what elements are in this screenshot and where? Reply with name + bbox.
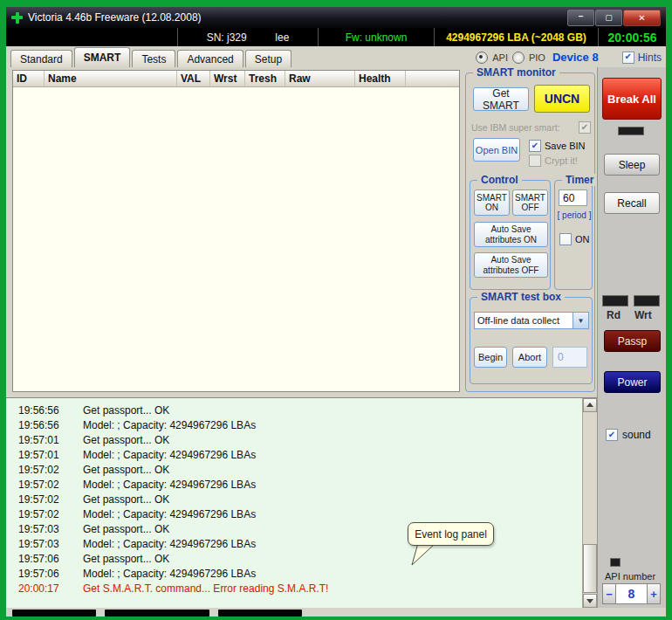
tab-smart[interactable]: SMART: [74, 47, 131, 67]
smart-tab-panel: ID Name VAL Wrst Tresh Raw Health SMART …: [6, 67, 597, 397]
column-header-id: ID: [13, 71, 45, 86]
api-radio-label: API: [492, 52, 508, 63]
event-log-tooltip: Event log panel: [408, 522, 494, 546]
log-entry: 19:57:06Get passport... OK: [6, 551, 581, 566]
tab-standard[interactable]: Standard: [10, 50, 72, 67]
timer-on-row: ON: [559, 233, 590, 245]
window-controls: [567, 10, 662, 26]
begin-button[interactable]: Begin: [474, 347, 507, 368]
event-log-panel: 19:56:56Get passport... OK19:56:56Model:…: [6, 397, 597, 608]
crypt-it-checkbox[interactable]: [529, 155, 541, 167]
drive-info-bar: SN: j329 lee Fw: unknown 4294967296 LBA …: [6, 28, 666, 46]
close-button[interactable]: [623, 10, 661, 26]
recall-button[interactable]: Recall: [604, 192, 660, 214]
autosave-attributes-off-button[interactable]: Auto Save attributes OFF: [474, 252, 548, 278]
write-indicator: [634, 295, 660, 307]
column-header-health: Health: [355, 71, 406, 86]
event-log-rows: 19:56:56Get passport... OK19:56:56Model:…: [6, 403, 581, 596]
smart-test-box-title: SMART test box: [477, 291, 565, 303]
column-header-tresh: Tresh: [245, 71, 285, 86]
api-number-decrement-button[interactable]: −: [602, 583, 616, 604]
tab-advanced[interactable]: Advanced: [177, 50, 243, 67]
api-radio[interactable]: [476, 52, 488, 64]
column-header-raw: Raw: [285, 71, 355, 86]
table-header-row: ID Name VAL Wrst Tresh Raw Health: [13, 71, 459, 87]
hints-checkbox[interactable]: [622, 52, 634, 64]
tab-bar: StandardSMARTTestsAdvancedSetup API PIO …: [6, 46, 666, 67]
firmware-text: Fw: unknown: [319, 28, 435, 46]
open-bin-button[interactable]: Open BIN: [473, 138, 520, 162]
capacity-text: 4294967296 LBA (~2048 GB): [435, 28, 599, 46]
log-entry: 19:57:03Get passport... OK: [6, 521, 581, 536]
control-group-title: Control: [477, 174, 522, 186]
tab-strip: StandardSMARTTestsAdvancedSetup: [6, 47, 291, 67]
power-button[interactable]: Power: [604, 371, 661, 393]
sound-checkbox[interactable]: [606, 429, 618, 441]
activity-indicator: [610, 558, 621, 567]
save-bin-checkbox[interactable]: [529, 140, 541, 152]
autosave-attributes-on-button[interactable]: Auto Save attributes ON: [474, 222, 548, 247]
read-label: Rd: [607, 309, 621, 321]
table-body-empty: [13, 87, 459, 391]
clock-display: 20:00:56: [599, 28, 666, 46]
column-header-name: Name: [45, 71, 177, 86]
maximize-button[interactable]: [595, 10, 622, 26]
sleep-button[interactable]: Sleep: [604, 154, 660, 176]
app-icon: [11, 12, 23, 24]
smart-test-box-group: SMART test box Off-line data collect Beg…: [470, 297, 593, 384]
scroll-down-icon[interactable]: [583, 594, 597, 608]
control-group: Control SMART ON SMART OFF Auto Save att…: [470, 180, 551, 290]
hints-control: Hints: [622, 52, 662, 64]
serial-number: SN: j329: [207, 31, 247, 44]
tooltip-tail: [409, 542, 441, 567]
timer-period-input[interactable]: 60: [559, 189, 587, 206]
title-bar[interactable]: Victoria 4.46b Freeware (12.08.2008): [6, 7, 666, 28]
timer-period-label: [ period ]: [555, 210, 593, 220]
crypt-it-row: Crypt it!: [529, 155, 578, 167]
log-scrollbar[interactable]: [582, 398, 597, 608]
info-segment-serial: SN: j329 lee: [178, 28, 319, 46]
pio-radio-label: PIO: [529, 52, 545, 63]
window-title: Victoria 4.46b Freeware (12.08.2008): [28, 11, 202, 24]
timer-on-label: ON: [575, 234, 590, 245]
app-window: Victoria 4.46b Freeware (12.08.2008) SN:…: [6, 7, 666, 617]
pio-radio[interactable]: [512, 52, 525, 64]
api-number-value: 8: [616, 583, 647, 604]
log-entry: 19:57:01Get passport... OK: [6, 432, 581, 447]
ibm-smart-row: Use IBM super smart:: [471, 121, 591, 134]
smart-off-button[interactable]: SMART OFF: [512, 189, 548, 216]
sound-label: sound: [622, 429, 651, 441]
read-indicator: [602, 295, 628, 307]
hints-label: Hints: [638, 52, 662, 64]
log-entry: 19:57:02Get passport... OK: [6, 492, 581, 506]
test-select-value: Off-line data collect: [475, 313, 573, 328]
log-entry: 19:56:56Model: ; Capacity: 4294967296 LB…: [6, 417, 581, 432]
device-label: Device 8: [552, 51, 599, 64]
break-all-button[interactable]: Break All: [602, 78, 662, 120]
info-segment-empty: [6, 28, 178, 46]
log-entry: 19:57:02Model: ; Capacity: 4294967296 LB…: [6, 477, 581, 492]
chevron-down-icon[interactable]: [573, 313, 588, 328]
scrollbar-thumb[interactable]: [583, 544, 597, 593]
minimize-button[interactable]: [567, 10, 594, 26]
test-select-combo[interactable]: Off-line data collect: [474, 312, 589, 329]
status-led-strip: [105, 610, 209, 617]
api-number-increment-button[interactable]: +: [647, 583, 661, 604]
passport-button[interactable]: Passp: [604, 330, 661, 352]
uncn-button[interactable]: UNCN: [534, 85, 590, 113]
log-entry: 19:57:06Model: ; Capacity: 4294967296 LB…: [6, 566, 581, 581]
ibm-smart-checkbox[interactable]: [579, 121, 591, 134]
column-header-wrst: Wrst: [210, 71, 245, 86]
smart-attribute-table: ID Name VAL Wrst Tresh Raw Health: [12, 70, 460, 392]
abort-button[interactable]: Abort: [512, 347, 547, 368]
test-counter-input[interactable]: 0: [552, 347, 587, 368]
sound-control: sound: [606, 429, 651, 441]
timer-on-checkbox[interactable]: [559, 233, 572, 245]
smart-on-button[interactable]: SMART ON: [474, 189, 510, 216]
tab-tests[interactable]: Tests: [132, 50, 175, 67]
smart-monitor-title: SMART monitor: [473, 66, 559, 79]
get-smart-button[interactable]: Get SMART: [473, 87, 529, 111]
tab-setup[interactable]: Setup: [245, 50, 291, 67]
status-led-strip: [218, 610, 302, 617]
scroll-up-icon[interactable]: [583, 398, 597, 412]
